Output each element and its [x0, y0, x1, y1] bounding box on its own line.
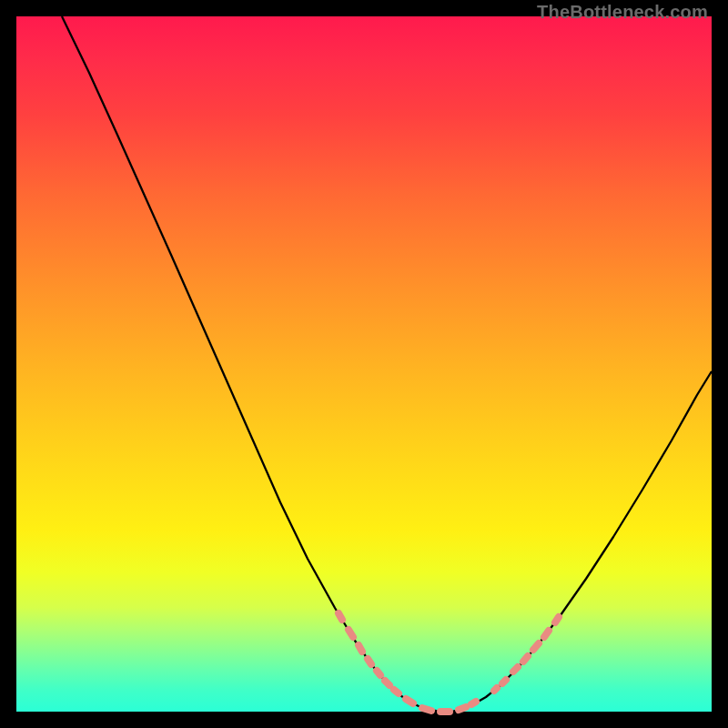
svg-line-13 — [502, 680, 506, 683]
curve-layer — [16, 16, 712, 712]
svg-line-0 — [339, 613, 342, 620]
svg-line-16 — [533, 643, 539, 650]
chart-frame: TheBottleneck.com — [0, 0, 728, 728]
svg-line-4 — [377, 671, 380, 675]
svg-line-17 — [544, 631, 549, 637]
svg-line-6 — [394, 690, 399, 693]
svg-line-11 — [471, 702, 476, 704]
highlight-segments — [339, 613, 559, 712]
svg-line-18 — [555, 617, 559, 622]
svg-line-3 — [368, 659, 371, 664]
svg-line-5 — [385, 681, 389, 685]
svg-line-10 — [459, 707, 466, 710]
bottleneck-curve — [62, 16, 712, 712]
svg-line-1 — [349, 630, 353, 637]
svg-line-8 — [422, 708, 431, 711]
svg-line-12 — [494, 688, 497, 691]
svg-line-7 — [406, 699, 413, 703]
svg-line-2 — [359, 645, 362, 652]
svg-line-14 — [513, 667, 518, 672]
svg-line-15 — [523, 656, 528, 662]
